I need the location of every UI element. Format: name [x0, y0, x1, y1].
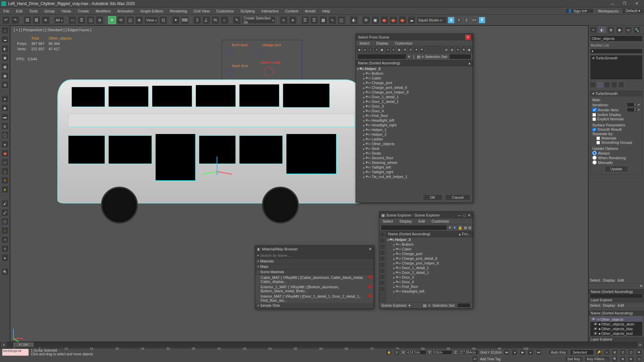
maximize-button[interactable]: ❐: [619, 0, 631, 7]
sfs-filter-light-icon[interactable]: ☀: [374, 47, 379, 52]
se-lock-icon[interactable]: 🔒: [458, 226, 463, 230]
show-end-result-button[interactable]: [597, 82, 603, 88]
tree-item[interactable]: 👁▭First_floor: [356, 113, 473, 118]
tree-item[interactable]: 👁▭Second_floor: [356, 156, 473, 160]
axis-constraint-button[interactable]: X̂: [479, 17, 485, 23]
sfs-filter-helper-icon[interactable]: ✦: [385, 47, 390, 52]
sfs-layer-icon[interactable]: ▤: [417, 55, 420, 59]
se-side-warp-icon[interactable]: [380, 268, 385, 274]
render-in-cloud-button[interactable]: ☁: [408, 16, 416, 24]
mb-material-item[interactable]: Cabin_MAT ( VRayMtl ) [Cabin_aluminum, C…: [255, 275, 374, 284]
cylinder-icon[interactable]: ▬: [1, 113, 9, 121]
select-by-name-button[interactable]: ☰: [77, 16, 86, 24]
create-tab[interactable]: +: [590, 26, 597, 33]
explicit-normals-check[interactable]: [592, 117, 596, 121]
se-clear-icon[interactable]: ✕: [448, 226, 451, 230]
menu-create[interactable]: Create: [74, 7, 92, 15]
isoline-check[interactable]: [592, 113, 596, 117]
utilities-tab[interactable]: 🔧: [633, 26, 641, 33]
se-tree[interactable]: 👁◇Helper_3 👁▭Bottom👁▭Cabin👁▭Charge_port👁…: [386, 237, 473, 302]
tree-item[interactable]: 👁▭Taillight_right: [356, 170, 473, 174]
named-selection-set[interactable]: Create Selection Se: [242, 16, 275, 24]
set-key-icon[interactable]: 🔑: [596, 349, 602, 355]
signin-button[interactable]: Sign In ▾: [565, 8, 594, 14]
tree-item[interactable]: 👁▭Door_3: [356, 104, 473, 109]
se-side-geo-icon[interactable]: [380, 238, 385, 243]
tree-item[interactable]: 👁▭Charge_port_detail_6: [356, 85, 473, 90]
time-slider[interactable]: ◂ 0 / 100 ▸: [0, 342, 644, 347]
se-side-frozen-icon[interactable]: [380, 286, 385, 292]
mb-section-maps[interactable]: Maps: [255, 264, 374, 269]
tree-item[interactable]: 👁▭First_floor: [386, 284, 473, 289]
render-iters-check[interactable]: [592, 108, 597, 112]
close-panel-icon[interactable]: ✕: [640, 284, 643, 288]
time-next-button[interactable]: ▸: [638, 342, 643, 347]
se-selset-input[interactable]: [457, 303, 471, 308]
tree-item[interactable]: 👁▭Door_1_detail_1: [386, 265, 473, 270]
dock-tab-edit-1[interactable]: Edit: [618, 278, 624, 282]
modifier-list-dropdown[interactable]: ▾: [590, 49, 643, 54]
sfs-tree[interactable]: 👁◇Helper_3 👁▭Bottom👁▭Cabin👁▭Charge_port👁…: [356, 66, 473, 192]
geosphere-icon[interactable]: ◉: [1, 104, 9, 112]
render-setup-button[interactable]: ⚙: [362, 16, 370, 24]
nav-orbit-icon[interactable]: ⊕: [628, 356, 634, 362]
paint-icon[interactable]: 🖍: [1, 209, 9, 216]
render-iters-input[interactable]: [627, 108, 637, 112]
object-name-field[interactable]: Other_objects: [590, 36, 643, 42]
se-collapse-all-icon[interactable]: ⊟: [468, 226, 471, 230]
tree-item[interactable]: 👁▭Door_4: [356, 109, 473, 113]
tree-item[interactable]: 👁▭Charge_port: [386, 251, 473, 256]
create-geometry-icon[interactable]: ○: [1, 27, 9, 34]
tree-item[interactable]: 👁▭Charge_port_detail_6: [386, 256, 473, 261]
dock-tab-select-2[interactable]: Select: [590, 303, 600, 307]
angle-snap-button[interactable]: ∠: [202, 16, 210, 24]
menu-scripting[interactable]: Scripting: [237, 7, 258, 15]
render-production-button[interactable]: 🫖: [380, 16, 388, 24]
spinner-snap-button[interactable]: ⟐: [220, 16, 228, 24]
brush-icon[interactable]: 🖌: [1, 200, 9, 207]
se-list-icon[interactable]: ≡: [428, 303, 430, 307]
se-expand-all-icon[interactable]: ⊞: [464, 226, 467, 230]
rotate-button[interactable]: ⟳: [117, 16, 125, 24]
mb-material-item[interactable]: Interior_MAT ( VRayMtl ) [Door_1_detail_…: [255, 294, 374, 303]
se-tab-select[interactable]: Select: [379, 219, 396, 224]
tree-item[interactable]: 👁▭Other_objects: [356, 141, 473, 146]
se-side-shape-icon[interactable]: [380, 244, 385, 249]
se-layer-icon[interactable]: ▤: [423, 303, 426, 308]
se-max-button[interactable]: □: [463, 213, 466, 217]
se-side-bone-icon[interactable]: [380, 274, 385, 280]
sfs-col-icon[interactable]: ▥: [449, 47, 455, 52]
autokey-button[interactable]: Auto Key: [548, 350, 568, 355]
pan-icon[interactable]: ✥: [636, 349, 642, 355]
render-frame-button[interactable]: ▣: [371, 16, 379, 24]
key-tangent-icon[interactable]: ∿: [604, 349, 610, 355]
tree-item[interactable]: 👁▭Cabin: [386, 247, 473, 251]
close-button[interactable]: ✕: [631, 0, 643, 7]
textplus-icon[interactable]: ☀: [1, 177, 9, 184]
create-spacewarps-icon[interactable]: ▦: [1, 72, 9, 79]
tree-item[interactable]: 👁▭Seat: [356, 146, 473, 151]
play-next-button[interactable]: ▸: [528, 349, 534, 355]
render-iterative-button[interactable]: 🫖: [389, 16, 397, 24]
curve-editor-button[interactable]: ∿: [328, 16, 336, 24]
se-close-button[interactable]: ✕: [468, 213, 471, 218]
align-button[interactable]: ≑: [289, 16, 297, 24]
sfs-tab-select[interactable]: Select: [356, 41, 373, 46]
modifier-stack[interactable]: TurboSmooth: [590, 55, 643, 80]
menu-tools[interactable]: Tools: [26, 7, 41, 15]
undo-button[interactable]: ↶: [2, 16, 10, 24]
zoom-all-icon[interactable]: ⊡: [620, 349, 626, 355]
plane-icon[interactable]: ▭: [1, 159, 9, 166]
sfs-filter-warp-icon[interactable]: ≋: [391, 47, 396, 52]
tree-item[interactable]: 👁▭Charge_port_helper_8: [356, 90, 473, 95]
keyboard-shortcut-button[interactable]: ⌨: [181, 16, 189, 24]
se-side-light-icon[interactable]: [380, 250, 385, 255]
menu-civil-view[interactable]: Civil View: [190, 7, 213, 15]
sfs-expand-icon[interactable]: ≡: [422, 55, 424, 59]
motion-tab[interactable]: ◉: [616, 26, 623, 33]
select-object-button[interactable]: ▭: [68, 16, 76, 24]
dock-tab-select-1[interactable]: Select: [590, 278, 600, 282]
zoom-extents-icon[interactable]: ⊞: [612, 349, 618, 355]
nav-zoom-icon[interactable]: 🔍: [612, 356, 618, 362]
tree-item[interactable]: 👁▭Headlight_left: [356, 118, 473, 123]
